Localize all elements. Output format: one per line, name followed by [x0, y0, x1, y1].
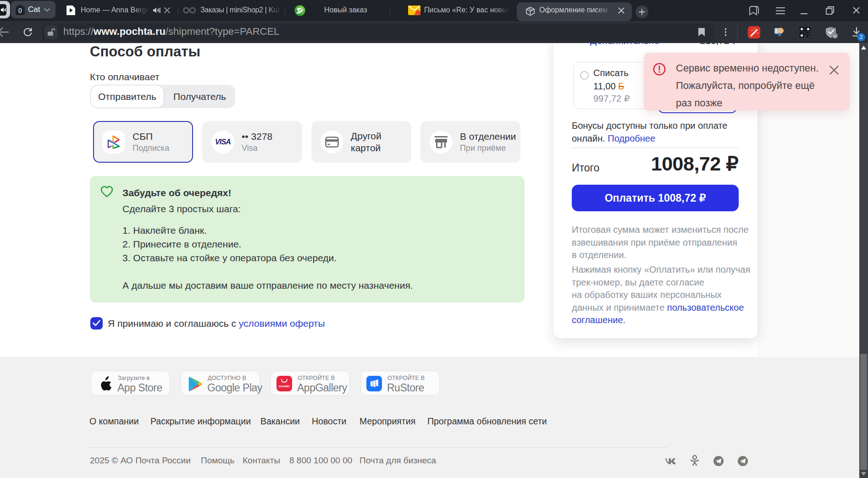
svg-text:A: A — [834, 34, 836, 38]
svg-text:0: 0 — [18, 7, 22, 14]
